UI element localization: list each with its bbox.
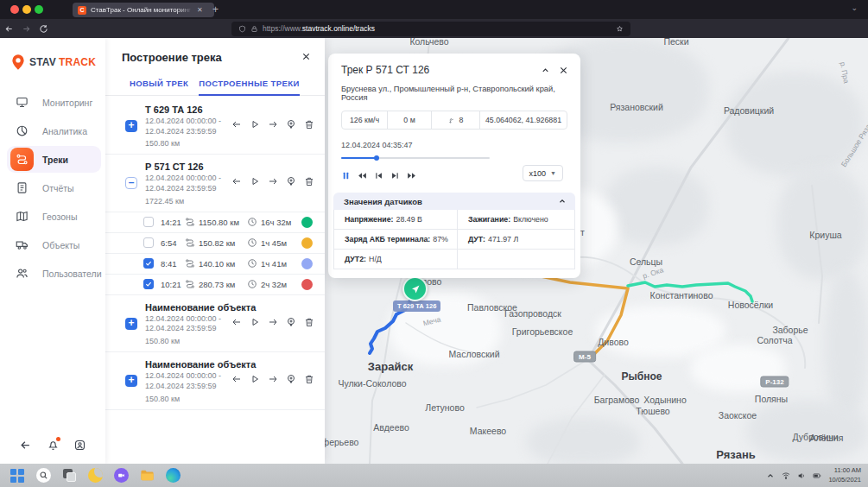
- sidebar-item-label: Аналитика: [42, 126, 87, 136]
- collapse-chevron-icon[interactable]: [541, 66, 550, 75]
- taskbar-clock[interactable]: 11:00 AM 10/05/2021: [828, 466, 861, 484]
- sidebar-item-tracks[interactable]: Треки: [0, 145, 105, 174]
- moon-app-icon[interactable]: [88, 468, 103, 483]
- sidebar-item-objects[interactable]: Объекты: [0, 231, 105, 259]
- battery-icon[interactable]: [813, 471, 821, 480]
- prev-point-icon[interactable]: [231, 119, 242, 130]
- step-forward-icon[interactable]: [390, 171, 400, 180]
- url-bar[interactable]: https://www.stavtrack.online/tracks: [231, 22, 630, 36]
- next-point-icon[interactable]: [268, 317, 278, 327]
- edge-browser-icon[interactable]: [166, 468, 181, 483]
- window-close-button[interactable]: [10, 5, 19, 14]
- video-app-icon[interactable]: [114, 468, 129, 483]
- delete-track-icon[interactable]: [304, 119, 314, 130]
- sensor-value: 28.49 В: [396, 215, 422, 224]
- notifications-bell-icon[interactable]: [47, 439, 60, 455]
- back-icon[interactable]: [0, 23, 17, 35]
- sensors-collapse-chevron-icon[interactable]: [558, 197, 567, 206]
- collapse-sidebar-icon[interactable]: [19, 439, 32, 455]
- sidebar-item-reports[interactable]: Отчёты: [0, 174, 105, 202]
- segment-checkbox[interactable]: [143, 258, 154, 269]
- rewind-icon[interactable]: [358, 171, 367, 180]
- segment-checkbox[interactable]: [143, 279, 154, 289]
- list-tabs-chevron-icon[interactable]: ⌄: [851, 3, 858, 12]
- expand-track-icon[interactable]: +: [125, 375, 137, 387]
- collapse-track-icon[interactable]: –: [125, 177, 137, 189]
- show-on-map-pin-icon[interactable]: [286, 119, 296, 130]
- show-on-map-pin-icon[interactable]: [286, 317, 296, 327]
- start-icon[interactable]: [10, 468, 25, 484]
- file-explorer-icon[interactable]: [140, 468, 155, 483]
- playback-controls: x100 ▼: [341, 168, 567, 183]
- play-track-icon[interactable]: [250, 176, 260, 187]
- route-icon: [185, 237, 195, 248]
- track-actions: [231, 176, 314, 187]
- segment-checkbox[interactable]: [143, 217, 154, 227]
- segment-checkbox[interactable]: [143, 237, 154, 248]
- delete-track-icon[interactable]: [304, 317, 314, 327]
- search-icon[interactable]: [36, 468, 51, 483]
- sidebar-item-analytics[interactable]: Аналитика: [0, 117, 105, 145]
- show-on-map-pin-icon[interactable]: [286, 374, 296, 384]
- bookmark-star-icon[interactable]: [616, 25, 624, 33]
- wifi-icon[interactable]: [782, 471, 790, 480]
- segment-time: 14:21: [161, 218, 185, 227]
- tracks-icon: [10, 148, 34, 171]
- reload-icon[interactable]: [35, 23, 52, 35]
- tab-built-tracks[interactable]: ПОСТРОЕННЫЕ ТРЕКИ: [199, 71, 299, 96]
- map-label: Чулки-Соколово: [338, 378, 406, 389]
- next-point-icon[interactable]: [268, 119, 278, 130]
- next-point-icon[interactable]: [268, 374, 278, 384]
- segment-color-dot: [301, 237, 313, 249]
- prev-point-icon[interactable]: [231, 317, 242, 327]
- lock-icon[interactable]: [250, 25, 258, 33]
- playback-slider[interactable]: [341, 155, 490, 161]
- geozones-icon: [10, 205, 34, 228]
- detail-close-icon[interactable]: [559, 66, 568, 75]
- sidebar-item-monitoring[interactable]: Мониторинг: [0, 88, 105, 117]
- step-back-icon[interactable]: [374, 171, 383, 180]
- map-label: Рыбное: [622, 370, 662, 383]
- stavtrack-logo[interactable]: STAVTRACK: [0, 38, 105, 83]
- sensors-header[interactable]: Значения датчиков: [333, 193, 575, 210]
- prev-point-icon[interactable]: [231, 176, 242, 187]
- delete-track-icon[interactable]: [304, 374, 314, 384]
- next-point-icon[interactable]: [268, 176, 278, 187]
- sensor-label: Заряд АКБ терминала:: [345, 235, 430, 244]
- map-road: [477, 360, 586, 408]
- task-view-icon[interactable]: [62, 468, 77, 483]
- analytics-icon: [10, 119, 34, 142]
- browser-tab[interactable]: C СтавТрак - Онлайн мониторинг ✕: [73, 3, 214, 17]
- track-distance: 150.80 км: [145, 395, 314, 403]
- pause-icon[interactable]: [341, 171, 351, 180]
- window-zoom-button[interactable]: [35, 5, 43, 14]
- play-track-icon[interactable]: [250, 119, 260, 130]
- forward-icon[interactable]: [17, 23, 35, 35]
- vehicle-marker[interactable]: [402, 276, 428, 301]
- tray-chevron-up-icon[interactable]: [766, 471, 775, 480]
- new-tab-button[interactable]: +: [212, 3, 219, 16]
- clock-time: 11:00 AM: [828, 466, 861, 475]
- road-badge: М-5: [573, 351, 596, 363]
- delete-track-icon[interactable]: [304, 176, 314, 187]
- playback-speed-select[interactable]: x100 ▼: [523, 165, 563, 181]
- track-address: Бруснева ул., Промышленный р-н, Ставропо…: [328, 81, 580, 111]
- fast-forward-icon[interactable]: [407, 171, 416, 180]
- prev-point-icon[interactable]: [231, 374, 242, 384]
- expand-track-icon[interactable]: +: [125, 120, 137, 132]
- sidebar-item-geozones[interactable]: Геозоны: [0, 202, 105, 231]
- show-on-map-pin-icon[interactable]: [286, 176, 296, 187]
- play-track-icon[interactable]: [250, 317, 260, 327]
- play-track-icon[interactable]: [250, 374, 260, 384]
- map-label: Рязановский: [610, 102, 663, 112]
- tracking-shield-icon[interactable]: [238, 25, 246, 33]
- expand-track-icon[interactable]: +: [125, 318, 137, 330]
- tab-new-track[interactable]: НОВЫЙ ТРЕК: [130, 71, 188, 95]
- volume-icon[interactable]: [797, 471, 806, 480]
- slider-handle[interactable]: [374, 155, 379, 161]
- tab-close-icon[interactable]: ✕: [197, 7, 203, 14]
- window-minimize-button[interactable]: [22, 5, 31, 14]
- profile-icon[interactable]: [73, 439, 86, 455]
- sidebar-item-users[interactable]: Пользователи: [0, 259, 105, 288]
- panel-close-icon[interactable]: [301, 49, 311, 65]
